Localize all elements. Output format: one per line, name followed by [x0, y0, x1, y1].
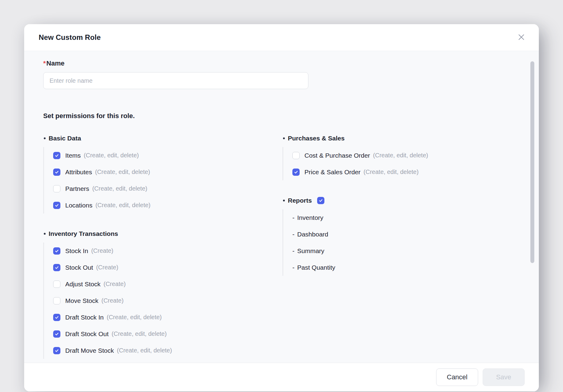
- permissions-column-left: Basic DataItems(Create, edit, delete)Att…: [43, 134, 282, 359]
- permissions-heading: Set permissions for this role.: [43, 111, 539, 120]
- section-title: Purchases & Sales: [288, 135, 345, 142]
- checkbox-stock-in[interactable]: [53, 247, 60, 255]
- bullet-icon: [44, 137, 46, 139]
- section-title: Basic Data: [49, 135, 81, 142]
- checkbox-attributes[interactable]: [53, 169, 60, 176]
- report-item-label: Past Quantity: [297, 264, 335, 271]
- permission-row-partners: Partners(Create, edit, delete): [53, 180, 282, 197]
- permission-label: Price & Sales Order: [304, 169, 361, 176]
- permission-actions-note: (Create, edit, delete): [95, 202, 150, 209]
- permission-label: Cost & Purchase Order: [304, 152, 370, 159]
- permission-row-adjust-stock: Adjust Stock(Create): [53, 276, 282, 292]
- name-label: Name: [47, 59, 65, 67]
- checkbox-reports[interactable]: [317, 197, 324, 204]
- permission-label: Partners: [65, 185, 89, 192]
- permission-actions-note: (Create, edit, delete): [84, 152, 139, 159]
- dash-prefix: -: [292, 231, 294, 238]
- report-item-label: Dashboard: [297, 231, 328, 238]
- permission-row-cost-purchase-order: Cost & Purchase Order(Create, edit, dele…: [292, 147, 539, 164]
- permission-actions-note: (Create, edit, delete): [373, 152, 428, 159]
- close-button[interactable]: [516, 32, 527, 43]
- dash-prefix: -: [292, 247, 294, 255]
- section-body: Stock In(Create)Stock Out(Create)Adjust …: [43, 243, 282, 359]
- checkbox-partners[interactable]: [53, 185, 60, 192]
- checkbox-draft-move-stock[interactable]: [53, 347, 60, 354]
- scrollbar-thumb[interactable]: [530, 61, 534, 263]
- permission-row-draft-stock-in: Draft Stock In(Create, edit, delete): [53, 309, 282, 326]
- dash-prefix: -: [292, 264, 294, 271]
- required-asterisk: *: [43, 59, 46, 67]
- report-item-past-quantity: -Past Quantity: [292, 259, 539, 276]
- section-title: Inventory Transactions: [49, 230, 118, 237]
- section-inventory-transactions: Inventory TransactionsStock In(Create)St…: [43, 230, 282, 359]
- checkbox-draft-stock-out[interactable]: [53, 330, 60, 338]
- permission-actions-note: (Create): [91, 247, 113, 254]
- checkbox-items[interactable]: [53, 152, 60, 159]
- role-name-input[interactable]: [43, 72, 308, 89]
- permission-label: Stock In: [65, 247, 88, 255]
- permission-label: Stock Out: [65, 264, 93, 271]
- checkbox-price-sales-order[interactable]: [292, 169, 300, 176]
- section-header: Inventory Transactions: [43, 230, 282, 238]
- modal-footer: Cancel Save: [24, 363, 539, 391]
- permission-label: Draft Move Stock: [65, 347, 114, 354]
- report-item-summary: -Summary: [292, 243, 539, 259]
- checkbox-draft-stock-in[interactable]: [53, 314, 60, 321]
- section-body: Items(Create, edit, delete)Attributes(Cr…: [43, 147, 282, 214]
- modal-body: *Name Set permissions for this role. Bas…: [24, 51, 539, 362]
- permission-row-price-sales-order: Price & Sales Order(Create, edit, delete…: [292, 164, 539, 180]
- section-body: -Inventory-Dashboard-Summary-Past Quanti…: [282, 209, 539, 276]
- checkbox-move-stock[interactable]: [53, 297, 60, 304]
- bullet-icon: [283, 200, 285, 201]
- checkbox-locations[interactable]: [53, 202, 60, 209]
- section-purchases-sales: Purchases & SalesCost & Purchase Order(C…: [282, 134, 539, 180]
- checkbox-adjust-stock[interactable]: [53, 281, 60, 288]
- permission-label: Draft Stock In: [65, 314, 104, 321]
- section-header: Purchases & Sales: [282, 134, 539, 142]
- permission-actions-note: (Create): [96, 264, 118, 271]
- modal-title: New Custom Role: [39, 33, 101, 42]
- permission-label: Adjust Stock: [65, 281, 101, 288]
- checkbox-stock-out[interactable]: [53, 264, 60, 271]
- save-button[interactable]: Save: [483, 368, 525, 386]
- section-body: Cost & Purchase Order(Create, edit, dele…: [282, 147, 539, 180]
- permissions-column-right: Purchases & SalesCost & Purchase Order(C…: [282, 134, 539, 359]
- report-item-inventory: -Inventory: [292, 209, 539, 226]
- modal-header: New Custom Role: [24, 24, 539, 51]
- permission-row-stock-in: Stock In(Create): [53, 243, 282, 259]
- permission-row-items: Items(Create, edit, delete): [53, 147, 282, 164]
- cancel-button[interactable]: Cancel: [436, 368, 478, 386]
- permission-actions-note: (Create, edit, delete): [107, 314, 162, 321]
- name-field-label: *Name: [43, 59, 539, 67]
- close-icon: [518, 34, 525, 42]
- permission-row-draft-stock-out: Draft Stock Out(Create, edit, delete): [53, 326, 282, 342]
- permission-row-move-stock: Move Stock(Create): [53, 292, 282, 309]
- bullet-icon: [44, 233, 46, 235]
- section-header: Reports: [282, 197, 539, 204]
- permission-label: Attributes: [65, 169, 92, 176]
- permission-actions-note: (Create): [104, 281, 126, 288]
- permission-actions-note: (Create, edit, delete): [117, 347, 172, 354]
- bullet-icon: [283, 137, 285, 139]
- dash-prefix: -: [292, 214, 294, 221]
- report-item-dashboard: -Dashboard: [292, 226, 539, 243]
- checkbox-cost-purchase-order[interactable]: [292, 152, 300, 159]
- permission-row-locations: Locations(Create, edit, delete): [53, 197, 282, 214]
- section-reports: Reports-Inventory-Dashboard-Summary-Past…: [282, 197, 539, 276]
- permission-row-attributes: Attributes(Create, edit, delete): [53, 164, 282, 180]
- permission-label: Move Stock: [65, 297, 98, 304]
- permission-actions-note: (Create, edit, delete): [364, 169, 419, 175]
- new-custom-role-modal: New Custom Role *Name Set permissions fo…: [24, 24, 539, 391]
- permission-actions-note: (Create): [101, 297, 124, 304]
- permission-actions-note: (Create, edit, delete): [92, 185, 147, 192]
- permission-actions-note: (Create, edit, delete): [95, 169, 150, 175]
- section-header: Basic Data: [43, 134, 282, 142]
- report-item-label: Summary: [297, 247, 324, 255]
- permission-row-stock-out: Stock Out(Create): [53, 259, 282, 276]
- report-item-label: Inventory: [297, 214, 323, 221]
- permission-label: Locations: [65, 202, 92, 209]
- permission-label: Draft Stock Out: [65, 330, 109, 338]
- section-basic-data: Basic DataItems(Create, edit, delete)Att…: [43, 134, 282, 214]
- permission-actions-note: (Create, edit, delete): [112, 330, 167, 337]
- permissions-columns: Basic DataItems(Create, edit, delete)Att…: [43, 134, 539, 359]
